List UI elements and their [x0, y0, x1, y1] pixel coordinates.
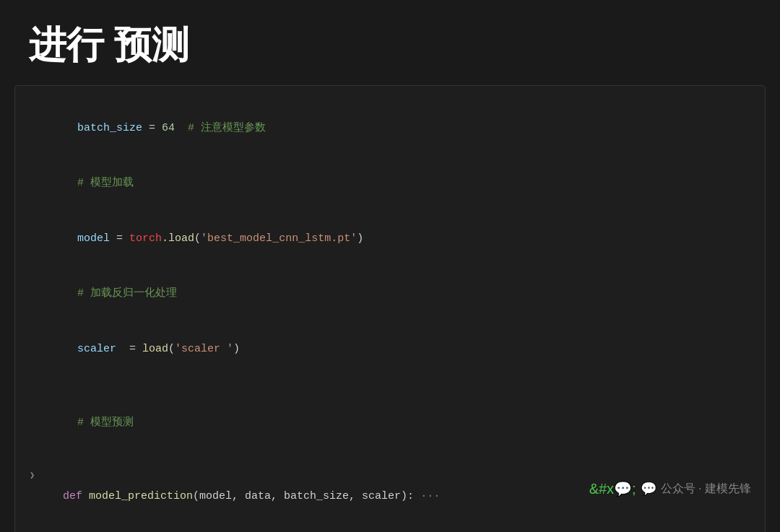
code-line-1: batch_size = 64 # 注意模型参数	[15, 100, 765, 156]
var-batch-size: batch_size	[77, 122, 142, 134]
comment-model-load: # 模型加载	[77, 177, 134, 189]
code-line-7: # 模型预测	[15, 395, 765, 450]
code-container: batch_size = 64 # 注意模型参数 # 模型加载 model = …	[14, 85, 766, 532]
code-line-3: model = torch.load('best_model_cnn_lstm.…	[15, 211, 765, 266]
code-line-2: # 模型加载	[15, 156, 765, 212]
wechat-icon: &#x💬;	[589, 480, 636, 497]
code-line-5: scaler = load('scaler ')	[15, 321, 765, 377]
collapse-arrow-icon: ❯	[30, 468, 35, 483]
code-line-empty-2	[15, 524, 765, 533]
watermark-text: 公众号 · 建模先锋	[661, 481, 751, 497]
page-title: 进行 预测	[0, 0, 780, 85]
wechat-emoji: 💬	[641, 481, 656, 497]
watermark: &#x💬; 💬 公众号 · 建模先锋	[589, 480, 751, 497]
code-line-4: # 加载反归一化处理	[15, 266, 765, 322]
code-line-empty-1	[15, 377, 765, 396]
